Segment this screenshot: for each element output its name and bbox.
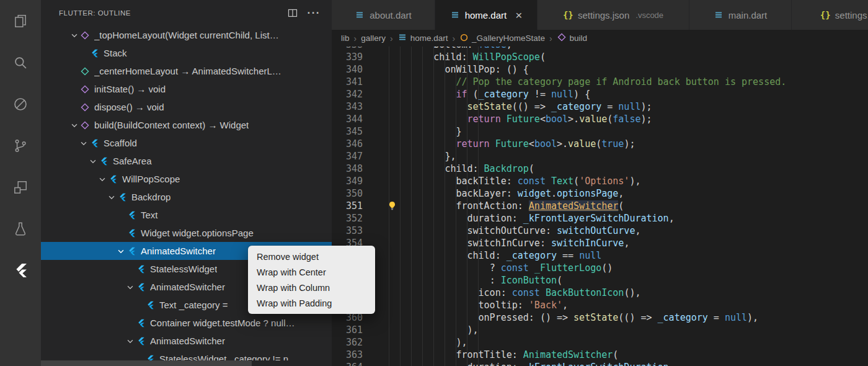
code-line[interactable]: duration: _kFrontLayerSwitchDuration, xyxy=(378,212,868,225)
code-line[interactable]: backLayer: widget.optionsPage, xyxy=(378,187,868,200)
outline-item[interactable]: Container widget.testMode ? null… xyxy=(41,314,332,332)
line-number[interactable]: 346 xyxy=(332,138,363,150)
breadcrumb-item-build[interactable]: build xyxy=(557,32,588,44)
line-number[interactable]: 363 xyxy=(332,349,363,361)
code-editor[interactable]: 3383393403413423433443453463473483493503… xyxy=(332,47,868,366)
line-number[interactable]: 351 xyxy=(332,200,363,212)
activity-item-circle-slash[interactable] xyxy=(0,83,41,125)
line-number-gutter: 3383393403413423433443453463473483493503… xyxy=(332,47,378,366)
chevron-down-icon[interactable] xyxy=(68,120,80,130)
context-menu-item[interactable]: Wrap with Column xyxy=(248,280,375,295)
code-line[interactable]: bottom: false, xyxy=(378,47,868,51)
tab-settings.json[interactable]: {}settings.json.vscode xyxy=(538,0,689,30)
code-line[interactable]: frontTitle: AnimatedSwitcher( xyxy=(378,349,868,361)
line-number[interactable]: 361 xyxy=(332,324,363,336)
code-line[interactable]: icon: const BackButtonIcon(), xyxy=(378,287,868,299)
sidebar-horizontal-scrollbar[interactable] xyxy=(41,360,252,366)
context-menu-item[interactable]: Wrap with Center xyxy=(248,264,375,280)
code-line[interactable]: onWillPop: () { xyxy=(378,63,868,76)
outline-item[interactable]: _centerHomeLayout → AnimatedSwitcherL… xyxy=(41,62,332,80)
more-actions-icon[interactable]: ··· xyxy=(308,11,321,16)
line-number[interactable]: 340 xyxy=(332,63,363,76)
code-line[interactable]: ), xyxy=(378,324,868,336)
code-line[interactable]: // Pop the category page if Android back… xyxy=(378,76,868,88)
line-number[interactable]: 348 xyxy=(332,163,363,175)
line-number[interactable]: 362 xyxy=(332,336,363,349)
breadcrumb-item-gallery[interactable]: gallery xyxy=(361,33,386,43)
context-menu-item[interactable]: Wrap with Padding xyxy=(248,295,375,311)
line-number[interactable]: 345 xyxy=(332,125,363,138)
activity-item-beaker[interactable] xyxy=(0,208,41,249)
chevron-down-icon[interactable] xyxy=(78,138,89,148)
breadcrumb-item-lib[interactable]: lib xyxy=(341,33,350,43)
activity-item-search[interactable] xyxy=(0,42,41,83)
activity-item-extensions[interactable] xyxy=(0,166,41,208)
line-number[interactable]: 338 xyxy=(332,47,363,51)
outline-item[interactable]: Backdrop xyxy=(41,188,332,206)
chevron-down-icon[interactable] xyxy=(105,192,117,202)
outline-item[interactable]: Stack xyxy=(41,44,332,62)
chevron-down-icon[interactable] xyxy=(115,246,126,256)
line-number[interactable]: 342 xyxy=(332,88,363,100)
code-line[interactable]: ? const _FlutterLogo() xyxy=(378,262,868,274)
line-number[interactable]: 352 xyxy=(332,212,363,225)
code-line[interactable]: if (_category != null) { xyxy=(378,88,868,100)
outline-item[interactable]: WillPopScope xyxy=(41,170,332,188)
code-line[interactable]: } xyxy=(378,125,868,138)
outline-item[interactable]: initState() → void xyxy=(41,80,332,98)
code-line[interactable]: return Future<bool>.value(false); xyxy=(378,113,868,125)
outline-item[interactable]: Widget widget.optionsPage xyxy=(41,224,332,242)
outline-item[interactable]: SafeArea xyxy=(41,152,332,170)
tab-home.dart[interactable]: home.dart× xyxy=(435,0,538,30)
chevron-down-icon[interactable] xyxy=(124,336,136,346)
outline-item[interactable]: build(BuildContext context) → Widget xyxy=(41,116,332,134)
line-number[interactable]: 344 xyxy=(332,113,363,125)
code-line[interactable]: switchInCurve: switchInCurve, xyxy=(378,237,868,249)
context-menu-item[interactable]: Remove widget xyxy=(248,249,375,264)
code-line[interactable]: child: Backdrop( xyxy=(378,163,868,175)
outline-item[interactable]: _topHomeLayout(Widget currentChild, List… xyxy=(41,26,332,44)
split-editor-icon[interactable] xyxy=(288,8,298,18)
code-line[interactable]: : IconButton( xyxy=(378,274,868,287)
chevron-down-icon[interactable] xyxy=(124,282,136,292)
code-line[interactable]: duration: _kFrontLayerSwitchDuration, xyxy=(378,361,868,366)
lightbulb-icon[interactable] xyxy=(388,201,397,210)
activity-item-explorer[interactable] xyxy=(0,0,41,42)
code-line[interactable]: ), xyxy=(378,336,868,349)
chevron-down-icon[interactable] xyxy=(96,174,108,184)
outline-item[interactable]: dispose() → void xyxy=(41,98,332,116)
breadcrumb-item-home.dart[interactable]: home.dart xyxy=(397,32,448,44)
chevron-down-icon[interactable] xyxy=(68,30,80,40)
tab-settings.json[interactable]: {}settings.json xyxy=(792,0,868,30)
line-number[interactable]: 341 xyxy=(332,76,363,88)
code-line[interactable]: tooltip: 'Back', xyxy=(378,299,868,311)
line-number[interactable]: 364 xyxy=(332,361,363,366)
outline-item[interactable]: Text xyxy=(41,206,332,224)
code-line[interactable]: }, xyxy=(378,150,868,163)
line-number[interactable]: 343 xyxy=(332,100,363,113)
code-line[interactable]: frontAction: AnimatedSwitcher( xyxy=(378,200,868,212)
code-line[interactable]: return Future<bool>.value(true); xyxy=(378,138,868,150)
code-line[interactable]: switchOutCurve: switchOutCurve, xyxy=(378,225,868,237)
breadcrumb-item-_GalleryHomeState[interactable]: _GalleryHomeState xyxy=(459,33,545,44)
outline-item-label: AnimatedSwitcher xyxy=(141,246,216,256)
tab-about.dart[interactable]: about.dart xyxy=(332,0,435,30)
chevron-down-icon[interactable] xyxy=(87,156,99,166)
activity-item-source-control[interactable] xyxy=(0,125,41,166)
activity-item-flutter[interactable] xyxy=(0,249,41,291)
line-number[interactable]: 353 xyxy=(332,225,363,237)
line-number[interactable]: 349 xyxy=(332,175,363,187)
code-line[interactable]: setState(() => _category = null); xyxy=(378,100,868,113)
code-line[interactable]: onPressed: () => setState(() => _categor… xyxy=(378,311,868,324)
tab-close-icon[interactable]: × xyxy=(515,9,522,21)
code-line[interactable]: child: WillPopScope( xyxy=(378,51,868,63)
line-number[interactable]: 350 xyxy=(332,187,363,200)
tab-main.dart[interactable]: main.dart xyxy=(689,0,792,30)
line-number[interactable]: 339 xyxy=(332,51,363,63)
code-line[interactable]: child: _category == null xyxy=(378,249,868,262)
code-line[interactable]: backTitle: const Text('Options'), xyxy=(378,175,868,187)
line-number[interactable]: 347 xyxy=(332,150,363,163)
outline-item[interactable]: Scaffold xyxy=(41,134,332,152)
outline-item[interactable]: StatelessWidget _category != n… xyxy=(41,350,332,360)
outline-item[interactable]: AnimatedSwitcher xyxy=(41,332,332,350)
